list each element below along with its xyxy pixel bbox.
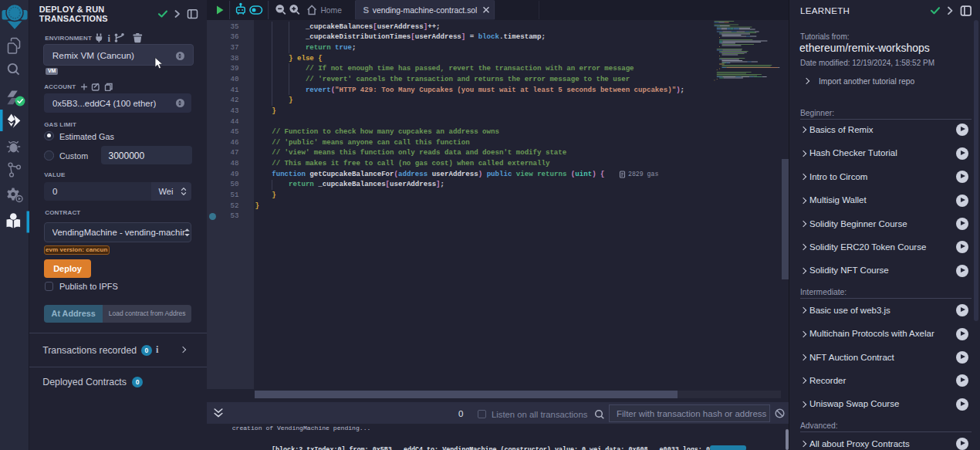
svg-text:S: S <box>363 5 370 15</box>
svg-text:Home: Home <box>320 6 342 15</box>
svg-text:vending-machine-contract.sol: vending-machine-contract.sol <box>373 6 478 15</box>
svg-text:i: i <box>108 33 111 43</box>
